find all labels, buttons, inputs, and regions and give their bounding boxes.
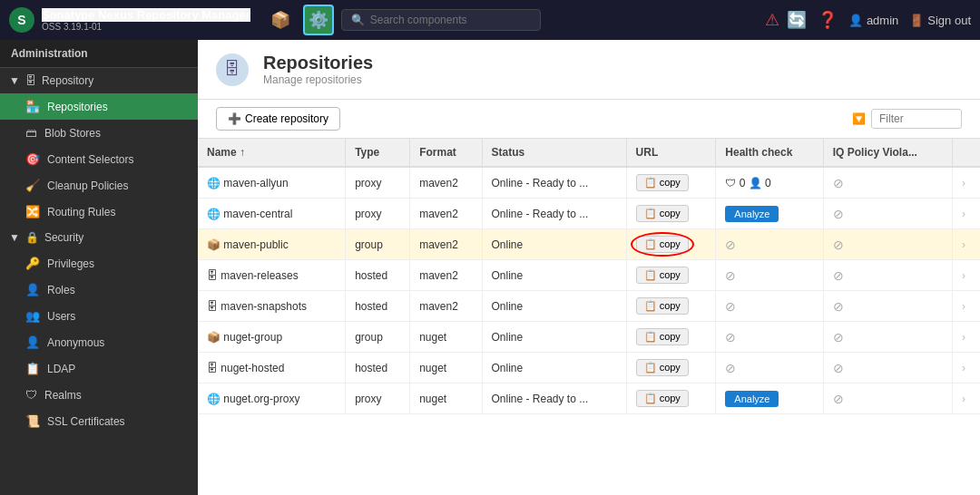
alert-icon[interactable]: ⚠ — [765, 10, 779, 30]
table-row: 🗄 nuget-hostedhostednugetOnline📋 copy⊘⊘› — [198, 353, 980, 383]
cell-health: ⊘ — [716, 322, 823, 353]
signout-label: Sign out — [927, 14, 971, 27]
cell-format: maven2 — [410, 167, 482, 199]
copy-button[interactable]: 📋 copy — [636, 359, 689, 376]
chevron-right-icon[interactable]: › — [962, 331, 965, 344]
cell-type: hosted — [346, 291, 410, 322]
repo-type-icon: 🗄 — [207, 362, 218, 374]
cell-type: hosted — [346, 353, 410, 383]
ssl-icon: 📜 — [25, 414, 40, 428]
user-menu[interactable]: 👤 admin — [848, 14, 898, 27]
cell-chevron[interactable]: › — [952, 229, 980, 260]
sidebar-label-realms: Realms — [44, 389, 82, 402]
col-status: Status — [482, 139, 626, 167]
refresh-icon[interactable]: 🔄 — [787, 10, 807, 30]
table-row: 🗄 maven-releaseshostedmaven2Online📋 copy… — [198, 260, 980, 291]
help-icon[interactable]: ❓ — [818, 10, 838, 30]
analyze-button[interactable]: Analyze — [725, 206, 779, 222]
repo-type-icon: 🌐 — [207, 393, 220, 405]
sidebar-item-routing-rules[interactable]: 🔀 Routing Rules — [0, 199, 198, 225]
cell-status: Online — [482, 353, 626, 383]
sidebar-header: Administration — [0, 40, 198, 68]
cell-type: group — [346, 229, 410, 260]
copy-button[interactable]: 📋 copy — [636, 297, 689, 315]
copy-button[interactable]: 📋 copy — [636, 174, 689, 191]
search-input[interactable] — [370, 14, 531, 26]
app-name: Sonatype Nexus Repository Manager — [42, 8, 250, 22]
user-icon: 👤 — [848, 14, 863, 27]
chevron-right-icon[interactable]: › — [962, 208, 965, 220]
chevron-right-icon[interactable]: › — [962, 300, 965, 313]
copy-button[interactable]: 📋 copy — [636, 236, 689, 253]
sidebar-item-roles[interactable]: 👤 Roles — [0, 277, 198, 303]
cell-url: 📋 copy — [626, 260, 716, 291]
cell-url: 📋 copy — [626, 229, 716, 260]
chevron-right-icon[interactable]: › — [962, 393, 965, 405]
cell-chevron[interactable]: › — [952, 291, 980, 322]
sidebar-item-blob-stores[interactable]: 🗃 Blob Stores — [0, 120, 198, 146]
cell-status: Online — [482, 291, 626, 322]
sidebar-item-repositories[interactable]: 🏪 Repositories — [0, 93, 198, 120]
sidebar-item-users[interactable]: 👥 Users — [0, 303, 198, 329]
create-repository-button[interactable]: ➕ Create repository — [216, 107, 340, 131]
cell-type: proxy — [346, 383, 410, 414]
page-subtitle: Manage repositories — [263, 73, 373, 86]
na-icon: ⊘ — [725, 268, 736, 283]
cell-chevron[interactable]: › — [952, 322, 980, 353]
cell-name[interactable]: 🗄 nuget-hosted — [198, 353, 346, 383]
chevron-right-icon[interactable]: › — [962, 362, 965, 374]
anonymous-icon: 👤 — [25, 335, 40, 349]
page-header-text: Repositories Manage repositories — [263, 53, 373, 86]
settings-icon[interactable]: ⚙️ — [303, 5, 334, 35]
sidebar-item-realms[interactable]: 🛡 Realms — [0, 382, 198, 408]
cell-health: ⊘ — [716, 260, 823, 291]
copy-button[interactable]: 📋 copy — [636, 267, 689, 284]
na-icon: ⊘ — [725, 238, 736, 252]
repo-type-icon: 📦 — [207, 238, 220, 251]
repo-type-icon: 🌐 — [207, 208, 220, 220]
copy-button[interactable]: 📋 copy — [636, 205, 689, 222]
copy-button[interactable]: 📋 copy — [636, 328, 689, 345]
cell-url: 📋 copy — [626, 167, 716, 199]
users-icon: 👥 — [25, 309, 40, 323]
cell-name[interactable]: 🗄 maven-releases — [198, 260, 346, 291]
cell-format: maven2 — [410, 199, 482, 229]
cell-type: proxy — [346, 167, 410, 199]
sidebar-group-label-repository: Repository — [42, 74, 93, 87]
cell-name[interactable]: 🌐 nuget.org-proxy — [198, 383, 346, 414]
chevron-right-icon[interactable]: › — [962, 269, 965, 282]
signout-button[interactable]: 🚪 Sign out — [909, 14, 971, 27]
copy-button[interactable]: 📋 copy — [636, 390, 689, 407]
cell-name[interactable]: 🌐 maven-allyun — [198, 167, 346, 199]
sidebar-item-ssl-certificates[interactable]: 📜 SSL Certificates — [0, 408, 198, 434]
browse-icon[interactable]: 📦 — [265, 5, 296, 35]
cell-chevron[interactable]: › — [952, 353, 980, 383]
cell-name[interactable]: 📦 nuget-group — [198, 322, 346, 353]
cell-chevron[interactable]: › — [952, 260, 980, 291]
roles-icon: 👤 — [25, 283, 40, 296]
sidebar-group-security: ▼ 🔒 Security 🔑 Privileges 👤 Roles 👥 User… — [0, 225, 198, 434]
cell-chevron[interactable]: › — [952, 167, 980, 199]
analyze-button[interactable]: Analyze — [725, 391, 779, 407]
topnav: S Sonatype Nexus Repository Manager OSS … — [0, 0, 980, 40]
sidebar-label-privileges: Privileges — [47, 257, 94, 270]
app-version: OSS 3.19.1-01 — [42, 22, 250, 32]
chevron-right-icon[interactable]: › — [962, 177, 965, 189]
col-format: Format — [410, 139, 482, 167]
sidebar-item-cleanup-policies[interactable]: 🧹 Cleanup Policies — [0, 172, 198, 199]
arrow-down-icon2: ▼ — [9, 231, 20, 244]
sidebar-group-repository-title[interactable]: ▼ 🗄 Repository — [0, 68, 198, 93]
sidebar-label-content-selectors: Content Selectors — [47, 153, 133, 166]
cell-name[interactable]: 🗄 maven-snapshots — [198, 291, 346, 322]
filter-input[interactable] — [871, 109, 962, 129]
sidebar-item-privileges[interactable]: 🔑 Privileges — [0, 250, 198, 277]
cell-chevron[interactable]: › — [952, 383, 980, 414]
cell-name[interactable]: 📦 maven-public — [198, 229, 346, 260]
cell-chevron[interactable]: › — [952, 199, 980, 229]
sidebar-item-content-selectors[interactable]: 🎯 Content Selectors — [0, 146, 198, 172]
sidebar-item-anonymous[interactable]: 👤 Anonymous — [0, 329, 198, 355]
sidebar-group-security-title[interactable]: ▼ 🔒 Security — [0, 225, 198, 250]
cell-name[interactable]: 🌐 maven-central — [198, 199, 346, 229]
chevron-right-icon[interactable]: › — [962, 238, 965, 251]
sidebar-item-ldap[interactable]: 📋 LDAP — [0, 355, 198, 382]
